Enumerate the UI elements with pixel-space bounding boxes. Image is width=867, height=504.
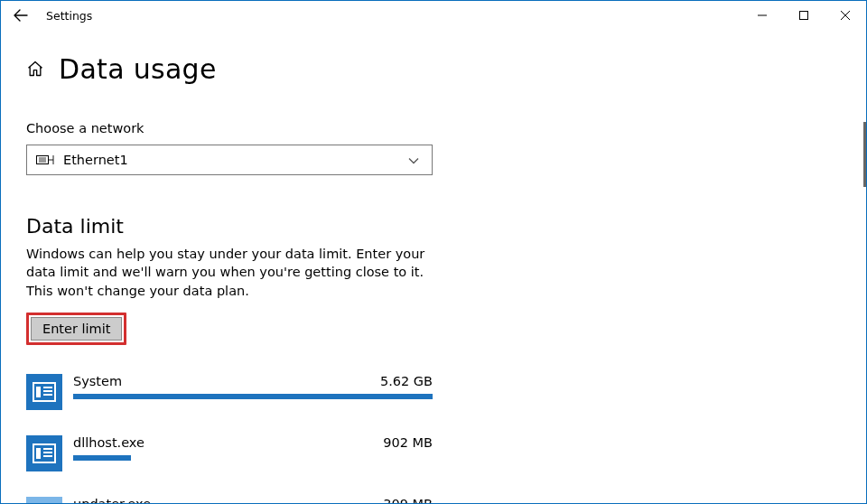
usage-bar: [73, 455, 433, 461]
network-select[interactable]: Ethernet1: [26, 145, 433, 175]
app-name: System: [73, 374, 122, 388]
maximize-button[interactable]: [783, 1, 825, 30]
content-area: Data usage Choose a network Ethernet1 Da…: [1, 30, 866, 503]
data-limit-description: Windows can help you stay under your dat…: [26, 245, 433, 300]
ethernet-icon: [36, 154, 54, 166]
app-usage-value: 309 MB: [383, 497, 433, 503]
network-selected-value: Ethernet1: [63, 153, 128, 167]
usage-row: dllhost.exe902 MB: [26, 435, 433, 471]
maximize-icon: [799, 11, 808, 20]
app-name: dllhost.exe: [73, 435, 144, 450]
app-icon: [26, 497, 62, 503]
arrow-left-icon: [14, 8, 28, 23]
usage-row: updater.exe309 MB: [26, 497, 433, 503]
close-button[interactable]: [825, 1, 866, 30]
titlebar: Settings: [1, 1, 866, 30]
enter-limit-button[interactable]: Enter limit: [31, 317, 122, 341]
app-name: updater.exe: [73, 497, 151, 503]
svg-rect-0: [800, 12, 808, 20]
page-title: Data usage: [59, 53, 217, 85]
app-icon: [26, 435, 62, 471]
usage-list: System5.62 GBdllhost.exe902 MBupdater.ex…: [26, 374, 433, 503]
minimize-icon: [758, 11, 767, 20]
app-usage-value: 5.62 GB: [380, 374, 433, 388]
window-controls: [741, 1, 866, 30]
svg-rect-5: [36, 448, 41, 459]
back-button[interactable]: [12, 6, 30, 24]
network-label: Choose a network: [26, 121, 433, 135]
app-icon: [26, 374, 62, 410]
usage-row: System5.62 GB: [26, 374, 433, 410]
data-limit-heading: Data limit: [26, 215, 866, 238]
chevron-down-icon: [408, 152, 419, 169]
home-icon[interactable]: [26, 60, 46, 79]
scrollbar[interactable]: [863, 122, 866, 187]
minimize-button[interactable]: [741, 1, 783, 30]
enter-limit-highlight: Enter limit: [26, 313, 126, 345]
app-usage-value: 902 MB: [383, 435, 433, 450]
usage-bar: [73, 394, 433, 399]
window-title: Settings: [46, 9, 92, 23]
close-icon: [841, 11, 850, 20]
svg-rect-3: [36, 387, 41, 397]
